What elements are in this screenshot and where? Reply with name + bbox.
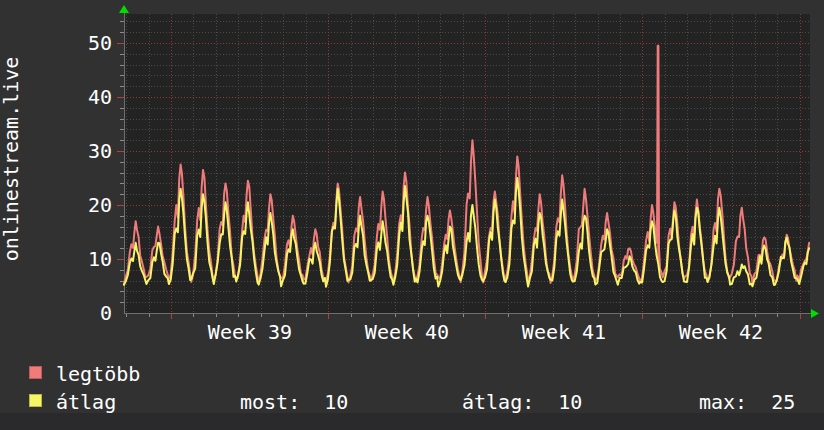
stat-most-value: 10 — [324, 390, 348, 414]
x-axis-arrow-icon — [811, 309, 819, 318]
stat-most: most:10 — [240, 390, 348, 414]
y-tick-label-10: 10 — [50, 247, 112, 271]
stat-atlag: átlag:10 — [462, 390, 582, 414]
stat-max-label: max: — [699, 390, 747, 414]
legend-label-atlag: átlag — [56, 390, 116, 414]
x-week-label-42: Week 42 — [651, 320, 791, 344]
y-axis-arrow-icon — [119, 5, 129, 13]
stat-atlag-label: átlag: — [462, 390, 534, 414]
rrd-graph: onlinestream.live 50 40 30 20 10 0 Week … — [0, 0, 824, 430]
stat-most-label: most: — [240, 390, 300, 414]
site-label: onlinestream.live — [0, 49, 22, 269]
y-tick-label-50: 50 — [50, 31, 112, 55]
x-week-label-40: Week 40 — [337, 320, 477, 344]
plot-area — [124, 14, 810, 313]
legend-swatch-atlag — [29, 394, 42, 407]
y-tick-label-0: 0 — [50, 301, 112, 325]
bottom-strip — [0, 413, 824, 430]
y-tick-label-40: 40 — [50, 85, 112, 109]
y-tick-label-20: 20 — [50, 193, 112, 217]
legend-swatch-legtobb — [29, 366, 42, 379]
y-tick-label-30: 30 — [50, 139, 112, 163]
stat-max: max:25 — [699, 390, 795, 414]
stat-atlag-value: 10 — [558, 390, 582, 414]
x-week-label-41: Week 41 — [494, 320, 634, 344]
stat-max-value: 25 — [771, 390, 795, 414]
legend-label-legtobb: legtöbb — [56, 362, 140, 386]
x-week-label-39: Week 39 — [180, 320, 320, 344]
